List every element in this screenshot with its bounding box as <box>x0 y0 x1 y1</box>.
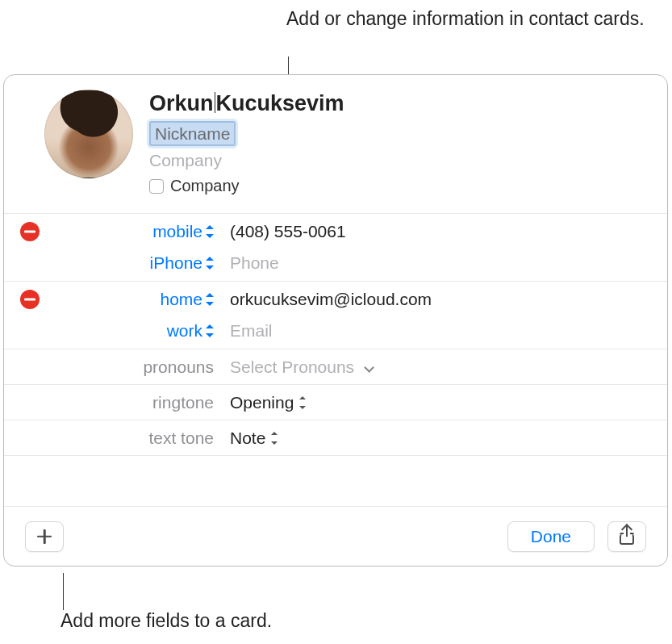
email-row-1: home orkucuksevim@icloud.com <box>4 281 667 316</box>
phone-row-1: mobile (408) 555-0061 <box>4 213 667 249</box>
remove-email-button[interactable] <box>20 290 40 309</box>
ringtone-label: ringtone <box>152 393 214 412</box>
company-checkbox-row: Company <box>149 177 344 195</box>
callout-bottom-text: Add more fields to a card. <box>61 610 272 632</box>
contact-card-window: OrkunKucuksevim Nickname Company Company… <box>3 74 668 567</box>
remove-phone-button[interactable] <box>20 222 40 241</box>
phone-value-1[interactable]: (408) 555-0061 <box>222 222 667 241</box>
avatar[interactable] <box>44 90 133 178</box>
callout-top-text: Add or change information in contact car… <box>286 6 645 31</box>
texttone-value-text: Note <box>230 429 265 448</box>
phone-row-2: iPhone Phone <box>4 249 667 281</box>
company-checkbox[interactable] <box>149 179 164 194</box>
field-rows: mobile (408) 555-0061 iPhone Phone <box>4 213 667 459</box>
company-input[interactable]: Company <box>149 151 344 170</box>
header-fields: OrkunKucuksevim Nickname Company Company <box>149 90 344 195</box>
ringtone-select[interactable]: Opening <box>230 393 307 412</box>
name-field[interactable]: OrkunKucuksevim <box>149 91 344 116</box>
pronouns-value-text: Select Pronouns <box>230 358 354 376</box>
share-icon <box>620 529 634 545</box>
ringtone-row: ringtone Opening <box>4 384 667 420</box>
ringtone-value-text: Opening <box>230 393 294 412</box>
email-label-1-text: home <box>160 290 202 309</box>
pronouns-label: pronouns <box>143 358 214 377</box>
updown-icon <box>206 225 214 238</box>
phone-placeholder-2[interactable]: Phone <box>222 253 667 273</box>
phone-label-2-text: iPhone <box>150 253 202 273</box>
updown-icon <box>206 324 214 337</box>
text-cursor <box>215 92 215 113</box>
nickname-input[interactable]: Nickname <box>149 121 236 146</box>
phone-label-1-text: mobile <box>152 222 202 241</box>
contact-header: OrkunKucuksevim Nickname Company Company <box>4 75 667 208</box>
plus-icon <box>37 529 52 544</box>
done-button[interactable]: Done <box>507 521 595 552</box>
updown-icon <box>206 257 214 270</box>
email-label-2-text: work <box>167 321 202 341</box>
last-name[interactable]: Kucuksevim <box>216 91 344 115</box>
chevron-down-icon <box>364 362 374 373</box>
phone-label-select-2[interactable]: iPhone <box>150 253 214 273</box>
first-name[interactable]: Orkun <box>149 91 214 115</box>
company-checkbox-label: Company <box>170 177 240 195</box>
pronouns-row: pronouns Select Pronouns <box>4 349 667 384</box>
phone-label-select-1[interactable]: mobile <box>152 222 214 241</box>
email-placeholder-2[interactable]: Email <box>222 321 667 341</box>
share-button[interactable] <box>607 521 646 552</box>
email-label-select-2[interactable]: work <box>167 321 214 341</box>
updown-icon <box>298 396 307 409</box>
email-row-2: work Email <box>4 316 667 349</box>
texttone-label: text tone <box>148 429 214 448</box>
bottom-toolbar: Done <box>4 506 667 566</box>
email-label-select-1[interactable]: home <box>160 290 214 309</box>
add-field-button[interactable] <box>25 521 64 552</box>
texttone-row: text tone Note <box>4 420 667 455</box>
texttone-select[interactable]: Note <box>230 429 278 448</box>
email-value-1[interactable]: orkucuksevim@icloud.com <box>222 290 667 309</box>
updown-icon <box>206 293 214 306</box>
callout-bottom-leader <box>63 573 64 610</box>
updown-icon <box>270 432 278 445</box>
pronouns-select[interactable]: Select Pronouns <box>222 358 667 377</box>
